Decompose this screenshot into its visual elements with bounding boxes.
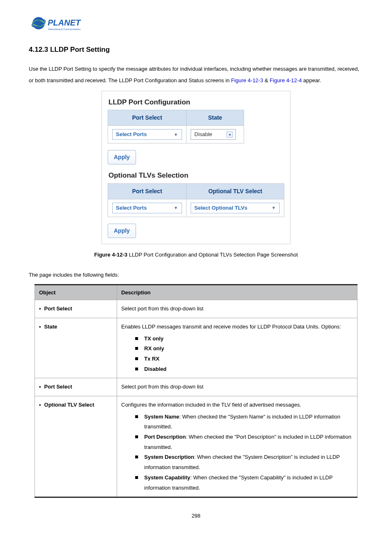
fields-table: Object Description Port Select Select po… [35, 284, 357, 498]
optional-tlvs-table: Port Select Optional TLV Select Select P… [108, 183, 284, 217]
desc-state-text: Enables LLDP messages transmit and recei… [121, 324, 341, 330]
desc-port-select-1: Select port from this drop-down list [117, 300, 357, 318]
figure-box: LLDP Port Configuration Port Select Stat… [101, 91, 291, 244]
hdr-optional-tlv: Optional TLV Select [187, 183, 284, 199]
list-item: Port Description: When checked the "Port… [132, 432, 353, 452]
col-description: Description [117, 284, 357, 300]
section-heading: 4.12.3 LLDP Port Setting [29, 44, 363, 55]
panel-title-tlvs: Optional TLVs Selection [108, 170, 284, 181]
obj-port-select-2: Port Select [39, 384, 72, 390]
hdr-port-select: Port Select [108, 110, 187, 126]
caption-bold: Figure 4-12-3 [94, 252, 127, 258]
svg-text:PLANET: PLANET [48, 18, 81, 27]
desc-port-select-2: Select port from this drop-down list [117, 378, 357, 396]
tlv-options-list: System Name: When checked the "System Na… [132, 412, 353, 493]
optional-tlv-dropdown[interactable]: Select Optional TLVs ▼ [191, 203, 280, 213]
tlv-label: System Description [144, 454, 194, 460]
port-select-value-1: Select Ports [116, 130, 147, 139]
apply-button-1[interactable]: Apply [108, 150, 136, 164]
table-row: Optional TLV Select Configures the infor… [35, 396, 357, 497]
chevron-down-icon: ▼ [173, 205, 179, 211]
chevron-down-icon: ▼ [173, 131, 179, 138]
port-select-value-2: Select Ports [116, 204, 147, 212]
figure-container: LLDP Port Configuration Port Select Stat… [29, 91, 363, 244]
apply-button-2[interactable]: Apply [108, 224, 136, 238]
chevron-down-icon: ▾ [226, 131, 233, 138]
page-number: 298 [29, 512, 363, 520]
chevron-down-icon: ▼ [270, 205, 277, 211]
list-item: Tx RX [132, 354, 353, 364]
hdr-state: State [187, 110, 244, 126]
desc-state: Enables LLDP messages transmit and recei… [117, 318, 357, 378]
table-row: Port Select Select port from this drop-d… [35, 300, 357, 318]
port-select-dropdown-2[interactable]: Select Ports ▼ [112, 203, 182, 213]
list-item: TX only [132, 334, 353, 344]
lldp-port-config-table: Port Select State Select Ports ▼ Disable… [108, 110, 244, 143]
list-item: Disabled [132, 364, 353, 375]
svg-point-0 [32, 17, 45, 30]
obj-state: State [39, 324, 57, 330]
optional-tlv-value: Select Optional TLVs [194, 204, 247, 212]
caption-rest: LLDP Port Configuration and Optional TLV… [127, 252, 298, 258]
tlv-label: System Capability [144, 474, 190, 481]
table-row: Port Select Select port from this drop-d… [35, 378, 357, 396]
desc-optional-tlv: Configures the information included in t… [117, 396, 357, 497]
brand-logo: PLANET Networking & Communication [29, 12, 363, 37]
planet-logo-icon: PLANET Networking & Communication [29, 12, 99, 37]
intro-text-post: appear. [303, 77, 321, 83]
tlv-label: Port Description [144, 434, 186, 440]
figure-link-2[interactable]: Figure 4-12-4 [270, 77, 302, 83]
tlv-label: System Name [144, 414, 179, 420]
list-item: System Name: When checked the "System Na… [132, 412, 353, 432]
intro-paragraph: Use the LLDP Port Setting to specify the… [29, 63, 363, 87]
hdr-port-select-2: Port Select [108, 183, 187, 199]
state-dropdown[interactable]: Disable ▾ [191, 129, 236, 140]
list-item: RX only [132, 344, 353, 354]
panel-title-lldp: LLDP Port Configuration [108, 97, 284, 108]
col-object: Object [35, 284, 117, 300]
fields-intro: The page includes the following fields: [29, 271, 363, 279]
list-item: System Capability: When checked the "Sys… [132, 473, 353, 493]
figure-link-1[interactable]: Figure 4-12-3 [231, 77, 263, 83]
obj-optional-tlv: Optional TLV Select [39, 402, 94, 408]
intro-amp: & [265, 77, 270, 83]
svg-text:Networking & Communication: Networking & Communication [48, 28, 81, 30]
list-item: System Description: When checked the "Sy… [132, 452, 353, 472]
figure-caption: Figure 4-12-3 LLDP Port Configuration an… [29, 251, 363, 259]
desc-optional-tlv-text: Configures the information included in t… [121, 402, 301, 408]
obj-port-select-1: Port Select [39, 305, 72, 312]
port-select-dropdown-1[interactable]: Select Ports ▼ [112, 129, 182, 140]
state-options-list: TX only RX only Tx RX Disabled [132, 334, 353, 375]
state-value: Disable [194, 130, 212, 139]
table-row: State Enables LLDP messages transmit and… [35, 318, 357, 378]
